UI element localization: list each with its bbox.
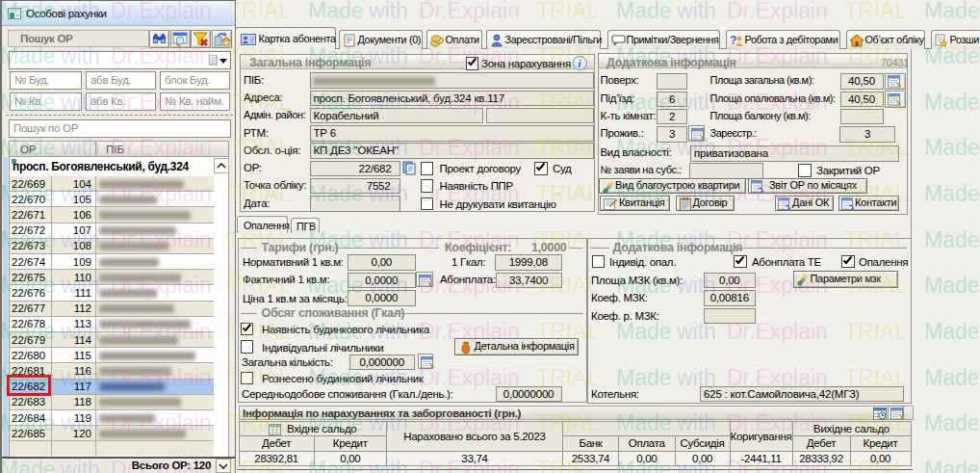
svg-text:?: ? [730,34,736,47]
